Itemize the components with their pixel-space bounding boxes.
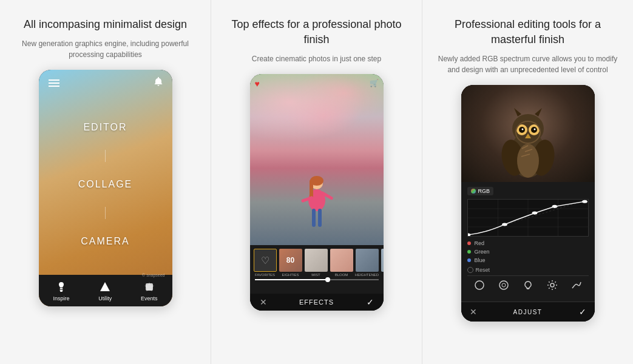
svg-marker-19 xyxy=(535,108,542,116)
green-label: Green xyxy=(475,249,490,255)
panel1-title: All incompasing minimalist design xyxy=(24,17,187,32)
panel2-subtitle: Create cinematic photos in just one step xyxy=(252,53,381,64)
inspire-label: Inspire xyxy=(53,295,69,302)
phone2-background: ♥ 🛒 ♡ FAVORITES 80 xyxy=(250,74,384,311)
cancel-button[interactable]: ✕ xyxy=(470,307,477,317)
photo-area: ♥ 🛒 xyxy=(250,74,384,245)
filter-heightened[interactable]: HEIGHTENED xyxy=(356,249,379,277)
bottom-events[interactable]: Events xyxy=(141,281,158,302)
divider-1 xyxy=(105,150,106,162)
phone1-menu: EDITOR COLLAGE CAMERA xyxy=(39,94,172,275)
panel3-title: Professional editing tools for a masterf… xyxy=(435,17,621,47)
adjust-label: ADJUST xyxy=(513,309,543,315)
rgb-badge: RGB xyxy=(467,187,494,195)
svg-point-40 xyxy=(475,281,484,289)
svg-point-41 xyxy=(499,281,508,289)
channel-green[interactable]: Green xyxy=(467,249,589,255)
svg-marker-18 xyxy=(514,108,521,116)
phone1-background: EDITOR COLLAGE CAMERA © snapseed Inspire… xyxy=(39,70,172,306)
filter-strip: ♡ FAVORITES 80 EIGHTIES MIST xyxy=(250,245,384,294)
svg-point-39 xyxy=(582,200,587,203)
red-dot xyxy=(467,241,471,245)
channel-blue[interactable]: Blue xyxy=(467,257,589,263)
cancel-icon[interactable]: ✕ xyxy=(260,297,267,307)
ring-tool[interactable] xyxy=(498,280,509,293)
filter-mist[interactable]: MIST xyxy=(305,249,328,277)
panel-1: All incompasing minimalist design New ge… xyxy=(0,0,211,364)
owl-photo xyxy=(461,85,595,182)
rgb-dot xyxy=(471,189,476,194)
circle-tool[interactable] xyxy=(474,280,485,293)
cart-icon: 🛒 xyxy=(370,79,379,87)
panel3-subtitle: Newly added RGB spectrum curve allows yo… xyxy=(435,53,621,75)
svg-rect-7 xyxy=(318,209,322,227)
blue-dot xyxy=(467,258,471,262)
confirm-icon[interactable]: ✓ xyxy=(367,297,374,307)
reset-label: Reset xyxy=(476,267,490,273)
filter-heightened-label: HEIGHTENED xyxy=(355,273,379,277)
svg-point-35 xyxy=(468,234,470,236)
filter-bloom[interactable]: BLOOM xyxy=(330,249,353,277)
svg-point-36 xyxy=(502,223,507,226)
phone2-action-bar: ✕ EFFECTS ✓ xyxy=(250,294,384,311)
panel-2: Top effects for a professional photo fin… xyxy=(211,0,422,364)
filter-slider[interactable] xyxy=(255,279,379,280)
hamburger-icon xyxy=(49,79,59,87)
menu-collage[interactable]: COLLAGE xyxy=(78,179,133,190)
blue-label: Blue xyxy=(475,257,486,263)
utility-label: Utility xyxy=(98,295,112,302)
curve-area[interactable] xyxy=(467,199,589,237)
filter-tran[interactable]: TRAN xyxy=(381,249,384,277)
svg-point-13 xyxy=(517,144,539,178)
phone3-background: RGB xyxy=(461,85,595,322)
svg-point-42 xyxy=(502,283,506,287)
filter-value: 80 xyxy=(286,256,294,265)
reset-row[interactable]: Reset xyxy=(467,266,589,275)
channel-red[interactable]: Red xyxy=(467,240,589,246)
svg-point-43 xyxy=(550,283,554,287)
curve-tool[interactable] xyxy=(571,280,582,293)
svg-rect-5 xyxy=(310,180,313,198)
phone1-bottom-bar: Inspire Utility Events xyxy=(39,275,172,306)
panel1-subtitle: New generation graphics engine, includin… xyxy=(12,38,198,60)
menu-camera[interactable]: CAMERA xyxy=(81,236,129,247)
svg-marker-0 xyxy=(100,282,110,291)
events-label: Events xyxy=(141,295,158,302)
filter-eighties[interactable]: 80 EIGHTIES xyxy=(279,249,302,277)
phone-mockup-3: RGB xyxy=(461,85,595,322)
phone-mockup-1: EDITOR COLLAGE CAMERA © snapseed Inspire… xyxy=(39,70,172,306)
menu-editor[interactable]: EDITOR xyxy=(83,122,127,133)
confirm-button[interactable]: ✓ xyxy=(579,307,586,317)
filter-favorites[interactable]: ♡ FAVORITES xyxy=(254,249,277,277)
svg-point-37 xyxy=(532,212,537,215)
watermark: © snapseed xyxy=(142,273,164,277)
svg-rect-6 xyxy=(312,209,316,227)
gear-tool[interactable] xyxy=(547,280,558,293)
phone3-action-bar: ✕ ADJUST ✓ xyxy=(461,302,595,322)
filter-eighties-label: EIGHTIES xyxy=(282,273,299,277)
divider-2 xyxy=(105,207,106,219)
bottom-utility[interactable]: Utility xyxy=(98,281,112,302)
filter-slider-row[interactable] xyxy=(250,279,384,280)
green-dot xyxy=(467,250,471,254)
heart-icon: ♥ xyxy=(255,79,260,89)
svg-point-38 xyxy=(552,205,557,208)
filter-row: ♡ FAVORITES 80 EIGHTIES MIST xyxy=(250,245,384,279)
curve-panel: RGB xyxy=(461,182,595,302)
red-label: Red xyxy=(475,240,485,246)
phone1-header xyxy=(39,70,172,94)
svg-point-25 xyxy=(533,129,535,130)
phone-mockup-2: ♥ 🛒 ♡ FAVORITES 80 xyxy=(250,74,384,311)
effects-label: EFFECTS xyxy=(299,298,334,306)
bottom-inspire[interactable]: Inspire xyxy=(53,281,69,302)
tool-row xyxy=(467,275,589,297)
svg-rect-1 xyxy=(146,283,153,291)
reset-circle-icon xyxy=(467,267,473,273)
panel-3: Professional editing tools for a masterf… xyxy=(422,0,633,364)
bell-icon xyxy=(154,77,163,89)
filter-favorites-label: FAVORITES xyxy=(255,273,275,277)
rgb-label: RGB xyxy=(478,188,490,194)
light-tool[interactable] xyxy=(523,280,533,293)
filter-mist-label: MIST xyxy=(311,273,320,277)
panel2-title: Top effects for a professional photo fin… xyxy=(223,17,410,47)
